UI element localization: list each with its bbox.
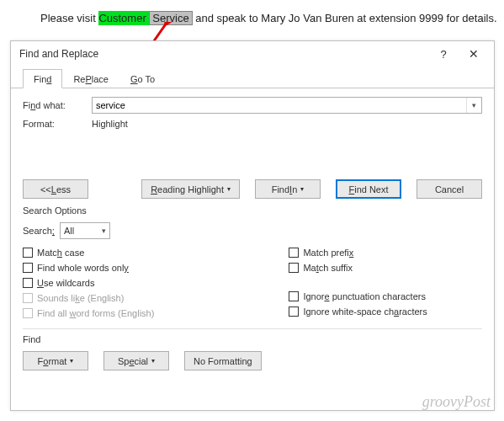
sounds-like-checkbox: Sounds like (English) (23, 293, 154, 303)
find-replace-dialog: Find and Replace ? ✕ Find RePlace Go To … (10, 40, 495, 411)
dialog-titlebar: Find and Replace ? ✕ (11, 41, 494, 67)
word-forms-checkbox: Find all word forms (English) (23, 308, 154, 318)
format-button[interactable]: Format▾ (23, 351, 88, 370)
format-value: Highlight (92, 119, 128, 129)
chevron-down-icon: ▾ (102, 226, 106, 235)
find-what-label: Find what: (23, 100, 92, 110)
ignore-punct-checkbox[interactable]: Ignore punctuation characters (289, 291, 427, 301)
highlight-customer: Customer (98, 11, 149, 25)
search-direction-label: Search; (23, 226, 55, 236)
format-label: Format: (23, 119, 92, 129)
find-section-label: Find (23, 334, 482, 344)
match-suffix-checkbox[interactable]: Match suffix (289, 263, 427, 273)
no-formatting-button[interactable]: No Formatting (184, 351, 262, 370)
match-case-checkbox[interactable]: Match case (23, 248, 154, 258)
reading-highlight-button[interactable]: Reading Highlight▾ (141, 179, 240, 199)
watermark: groovyPost (422, 393, 491, 411)
tabs: Find RePlace Go To (11, 67, 494, 88)
tab-replace[interactable]: RePlace (62, 69, 119, 88)
dialog-title: Find and Replace (19, 48, 98, 60)
combo-caret-icon[interactable]: ▾ (466, 98, 481, 113)
search-options-label: Search Options (23, 205, 482, 216)
tab-find[interactable]: Find (23, 69, 62, 88)
find-what-combo[interactable]: ▾ (92, 97, 482, 114)
close-button[interactable]: ✕ (459, 44, 489, 64)
whole-words-checkbox[interactable]: Find whole words only (23, 263, 154, 273)
tab-goto[interactable]: Go To (119, 69, 166, 88)
special-button[interactable]: Special▾ (103, 351, 169, 370)
cancel-button[interactable]: Cancel (416, 179, 482, 199)
wildcards-checkbox[interactable]: Use wildcards (23, 278, 154, 288)
doc-suffix: and speak to Mary Jo Van Buren at extens… (193, 12, 497, 24)
find-next-button[interactable]: Find Next (336, 179, 401, 199)
options-right-column: Match prefix Match suffix Ignore punctua… (289, 248, 427, 318)
match-prefix-checkbox[interactable]: Match prefix (289, 248, 427, 258)
find-in-button[interactable]: Find In▾ (255, 179, 321, 199)
help-button[interactable]: ? (428, 44, 459, 64)
search-direction-select[interactable]: All ▾ (60, 222, 110, 239)
find-what-input[interactable] (93, 100, 466, 110)
dialog-body: Find what: ▾ Format: Highlight << Less R… (11, 88, 494, 370)
options-left-column: Match case Find whole words only Use wil… (23, 248, 154, 318)
doc-prefix: Please visit (40, 12, 98, 24)
ignore-white-checkbox[interactable]: Ignore white-space characters (289, 306, 427, 317)
highlight-service-selected: Service (149, 11, 192, 25)
document-line: Please visit Customer Service and speak … (0, 0, 504, 24)
less-button[interactable]: << Less (23, 179, 88, 199)
